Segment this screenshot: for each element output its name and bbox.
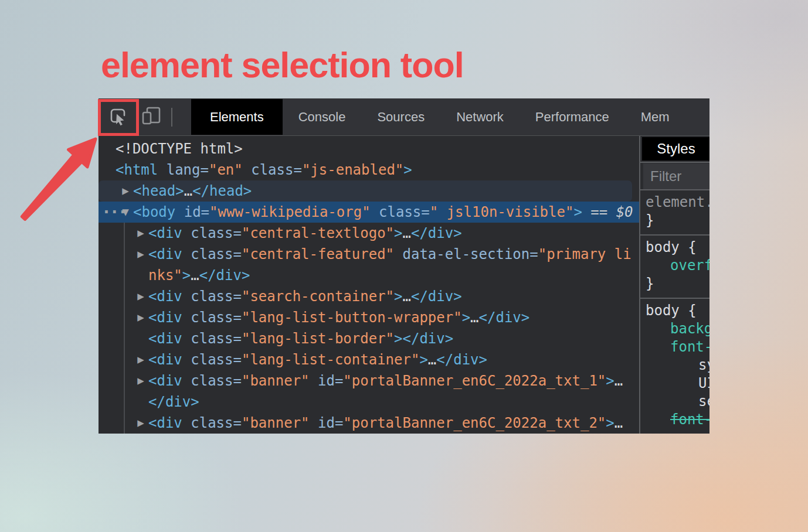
code-segment: … — [403, 225, 411, 241]
code-segment: <div — [148, 225, 182, 241]
code-segment: </div> — [411, 225, 462, 241]
code-segment: <html — [116, 162, 158, 178]
devtools-window: ElementsConsoleSourcesNetworkPerformance… — [99, 98, 709, 434]
dom-tree: <!DOCTYPE html><html lang="en" class="js… — [99, 136, 639, 434]
code-segment: "portalBanner_en6C_2022a_txt_1" — [343, 373, 606, 389]
code-segment: == — [582, 204, 616, 220]
css-rule-line[interactable]: } — [640, 212, 709, 230]
code-segment — [182, 288, 191, 305]
css-rule-section: body {backgfont-syUIsefont- — [640, 299, 709, 434]
code-segment: > — [182, 267, 191, 284]
code-segment: … — [191, 267, 199, 284]
dom-tree-row[interactable]: ▶<div class="search-container">…</div> — [99, 286, 639, 307]
expand-arrow-right-icon[interactable]: ▶ — [134, 376, 147, 386]
dom-tree-row[interactable]: ▶<div class="banner" id="portalBanner_en… — [99, 412, 639, 434]
css-rule-line[interactable]: UI — [640, 374, 709, 393]
toolbar-divider — [171, 108, 172, 127]
code-segment: "banner" — [242, 373, 310, 389]
code-segment: </div> — [148, 394, 199, 410]
dom-tree-row[interactable]: ···▼<body id="www-wikipedia-org" class="… — [99, 202, 639, 223]
code-segment: <div — [148, 352, 182, 368]
code-segment: data-el-section= — [403, 246, 538, 262]
code-segment: ></div> — [394, 330, 453, 347]
styles-filter-input[interactable]: Filter — [643, 163, 709, 189]
code-segment: <div — [148, 373, 182, 389]
css-rule-line[interactable]: overf — [640, 257, 709, 275]
tab-console[interactable]: Console — [283, 99, 362, 135]
styles-tab-row: Styles — [640, 136, 709, 163]
code-segment: lang= — [167, 162, 209, 178]
code-segment: id= — [184, 204, 209, 220]
code-segment: class= — [379, 204, 430, 220]
code-segment: class= — [191, 246, 242, 262]
expand-arrow-down-icon[interactable]: ▼ — [119, 207, 132, 217]
dom-tree-row[interactable]: ▶<div class="lang-list-container">…</div… — [99, 349, 639, 370]
dom-tree-row[interactable]: <html lang="en" class="js-enabled"> — [99, 159, 639, 180]
code-segment: > — [462, 309, 470, 326]
code-segment: </div> — [411, 288, 462, 305]
expand-arrow-right-icon[interactable]: ▶ — [134, 228, 147, 238]
css-rule-line[interactable]: backg — [640, 320, 709, 338]
dom-tree-row[interactable]: <div class="lang-list-border"></div> — [99, 328, 639, 349]
code-segment: class= — [191, 373, 242, 389]
tab-performance[interactable]: Performance — [520, 99, 625, 135]
code-segment: class= — [191, 309, 242, 326]
code-segment: "js-enabled" — [302, 162, 403, 178]
dom-tree-row[interactable]: <!DOCTYPE html> — [99, 138, 639, 159]
dom-tree-row[interactable]: ▶<div class="lang-list-button-wrapper">…… — [99, 307, 639, 328]
code-segment — [175, 204, 184, 220]
dom-tree-row[interactable]: ▶<head>…</head> — [99, 180, 632, 202]
code-segment: </div> — [199, 267, 250, 284]
code-segment: </div> — [436, 352, 487, 368]
dom-tree-row[interactable]: nks">…</div> — [99, 265, 639, 286]
code-segment: class= — [191, 225, 242, 241]
device-toolbar-button[interactable] — [137, 98, 167, 135]
code-segment — [182, 373, 191, 389]
tab-mem[interactable]: Mem — [625, 99, 685, 135]
code-segment — [371, 204, 379, 220]
css-rule-line[interactable]: } — [640, 275, 709, 293]
annotation-highlight-box — [98, 99, 139, 136]
tab-network[interactable]: Network — [440, 99, 520, 135]
css-rule-line[interactable]: body { — [640, 238, 709, 257]
expand-arrow-right-icon[interactable]: ▶ — [134, 418, 147, 428]
code-segment — [182, 246, 191, 262]
tab-sources[interactable]: Sources — [361, 99, 440, 135]
code-segment: "banner" — [242, 415, 310, 431]
annotation-title: element selection tool — [101, 45, 464, 86]
css-rule-line[interactable]: sy — [640, 356, 709, 374]
code-segment — [243, 162, 251, 178]
tab-elements[interactable]: Elements — [191, 99, 283, 135]
expand-arrow-right-icon[interactable]: ▶ — [134, 354, 147, 365]
device-toolbar-icon — [140, 105, 164, 129]
css-rule-section: element.} — [640, 190, 709, 236]
code-segment: > — [419, 352, 427, 368]
expand-arrow-right-icon[interactable]: ▶ — [134, 291, 147, 302]
css-rule-line[interactable]: element. — [640, 193, 709, 212]
code-segment: … — [470, 309, 478, 326]
dom-tree-row[interactable]: ▶<div class="central-textlogo">…</div> — [99, 223, 639, 244]
code-segment: > — [573, 204, 582, 220]
expand-arrow-right-icon[interactable]: ▶ — [119, 186, 132, 196]
css-rule-line[interactable]: font- — [640, 411, 709, 429]
code-segment: <!DOCTYPE html> — [116, 141, 243, 157]
expand-arrow-right-icon[interactable]: ▶ — [134, 312, 147, 323]
dom-tree-row[interactable]: ▶<div class="banner" id="portalBanner_en… — [99, 370, 639, 391]
styles-sidebar: Styles Filter element.}body {overf}body … — [639, 136, 709, 434]
css-rule-line[interactable]: font- — [640, 338, 709, 356]
code-segment: … — [403, 288, 411, 305]
css-rule-line[interactable]: body { — [640, 302, 709, 320]
code-segment: > — [606, 415, 614, 431]
code-segment: > — [394, 225, 402, 241]
code-segment: … — [615, 373, 623, 389]
code-segment — [310, 415, 318, 431]
css-rule-line[interactable]: se — [640, 393, 709, 411]
expand-arrow-right-icon[interactable]: ▶ — [134, 249, 147, 260]
dom-tree-row[interactable]: </div> — [99, 391, 639, 412]
code-segment — [182, 225, 191, 241]
code-segment: </head> — [192, 183, 252, 199]
code-segment: … — [428, 352, 436, 368]
code-segment: class= — [191, 415, 242, 431]
dom-tree-row[interactable]: ▶<div class="central-featured" data-el-s… — [99, 244, 639, 265]
tab-styles[interactable]: Styles — [642, 137, 709, 161]
